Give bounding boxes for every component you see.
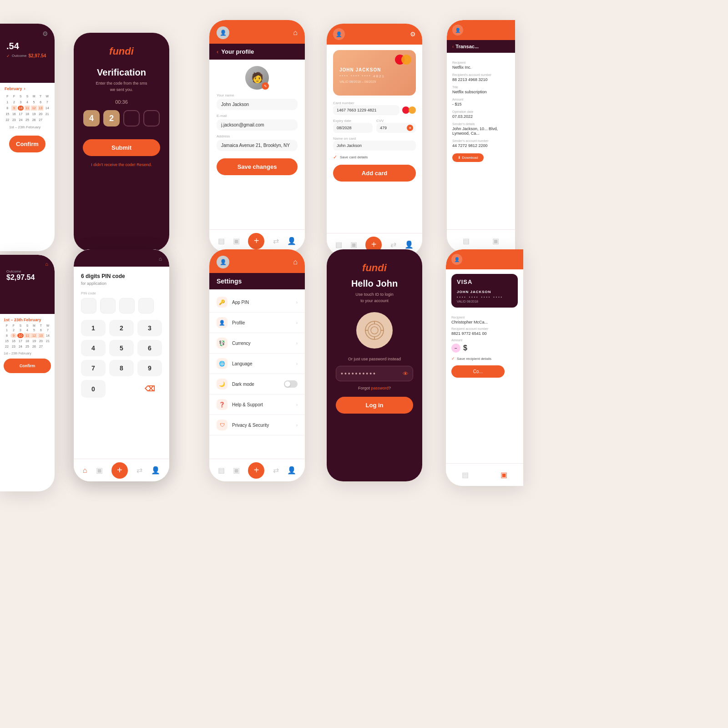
nav-transfer-icon[interactable]: ⇄ <box>273 466 279 475</box>
cal-b13[interactable]: 13 <box>38 333 44 338</box>
cal-day-24[interactable]: 24 <box>18 117 24 122</box>
cal-day-27[interactable]: 27 <box>38 117 44 122</box>
cal-b9[interactable]: 9 <box>10 333 17 338</box>
cal-day-21[interactable]: 21 <box>44 111 50 116</box>
cal-day-13[interactable]: 13 <box>38 106 44 111</box>
cal-day-25[interactable]: 25 <box>25 117 30 122</box>
settings-item-pin[interactable]: 🔑 App PIN › <box>209 292 305 313</box>
nav-card-icon[interactable]: ▣ <box>96 466 103 475</box>
card-number-input[interactable] <box>333 105 399 115</box>
gear-icon[interactable]: ⚙ <box>410 30 416 38</box>
cal-b26[interactable]: 26 <box>31 344 37 349</box>
cal-day-19[interactable]: 19 <box>31 111 37 116</box>
key-2[interactable]: 2 <box>109 320 134 336</box>
cal-day-9[interactable]: 9 <box>11 106 17 111</box>
nav-transfer-icon[interactable]: ⇄ <box>390 240 396 249</box>
pin-dot-4[interactable] <box>138 298 154 313</box>
pin-dot-1[interactable] <box>81 298 96 313</box>
cal-b6[interactable]: 6 <box>38 328 44 333</box>
cal-day-10[interactable]: 10 <box>18 106 24 111</box>
login-button[interactable]: Log in <box>336 397 413 414</box>
cal-b8[interactable]: 8 <box>4 333 10 338</box>
resend-link[interactable]: Resend. <box>136 162 152 167</box>
cal-b16[interactable]: 16 <box>10 339 17 344</box>
eye-icon[interactable]: 👁 <box>403 370 409 377</box>
nav-card-icon[interactable]: ▣ <box>492 237 499 245</box>
confirm-button[interactable]: Confirm <box>9 136 46 152</box>
cal-b19[interactable]: 19 <box>31 339 37 344</box>
nav-card-icon[interactable]: ▣ <box>500 470 507 479</box>
code-digit-3[interactable] <box>123 110 140 126</box>
name-input[interactable] <box>217 99 298 110</box>
expiry-input[interactable] <box>333 123 373 133</box>
key-1[interactable]: 1 <box>81 320 106 336</box>
cal-day-20[interactable]: 20 <box>38 111 44 116</box>
code-digit-4[interactable] <box>143 110 160 126</box>
nav-home-icon[interactable]: ⌂ <box>83 466 87 475</box>
nav-plus-button[interactable]: + <box>248 462 264 479</box>
cal-day-7[interactable]: 7 <box>44 100 50 105</box>
name-on-card-input[interactable] <box>333 141 416 151</box>
key-5[interactable]: 5 <box>109 340 134 356</box>
nav-transfer-icon[interactable]: ⇄ <box>136 466 142 475</box>
cal-day-22[interactable]: 22 <box>5 117 10 122</box>
cal-b4[interactable]: 4 <box>24 328 30 333</box>
nav-card-icon[interactable]: ▣ <box>350 240 357 249</box>
cal-b17[interactable]: 17 <box>17 339 24 344</box>
nav-profile-icon[interactable]: 👤 <box>287 237 296 245</box>
nav-wallet-icon[interactable]: ▤ <box>335 240 342 249</box>
cal-day-17[interactable]: 17 <box>18 111 24 116</box>
back-arrow-icon[interactable]: ‹ <box>217 48 218 55</box>
password-input[interactable] <box>336 366 413 381</box>
nav-transfer-icon[interactable]: ⇄ <box>273 237 279 245</box>
key-8[interactable]: 8 <box>109 360 134 376</box>
back-arrow-icon[interactable]: ‹ <box>452 44 454 49</box>
settings-item-darkmode[interactable]: 🌙 Dark mode <box>209 374 305 394</box>
nav-wallet-icon[interactable]: ▤ <box>463 237 470 245</box>
cal-day-11[interactable]: 11 <box>25 106 30 111</box>
nav-plus-button[interactable]: + <box>111 462 128 479</box>
forgot-password-link[interactable]: password <box>371 386 389 390</box>
minus-button[interactable]: − <box>451 344 460 353</box>
cal-day-12[interactable]: 12 <box>31 106 37 111</box>
key-7[interactable]: 7 <box>81 360 106 376</box>
nav-wallet-icon[interactable]: ▤ <box>218 237 225 245</box>
cal-day-4[interactable]: 4 <box>25 100 30 105</box>
cal-b12[interactable]: 12 <box>31 333 37 338</box>
settings-item-help[interactable]: ❓ Help & Support › <box>209 394 305 415</box>
cal-b20[interactable]: 20 <box>38 339 44 344</box>
cal-day-1[interactable]: 1 <box>5 100 10 105</box>
settings-item-privacy[interactable]: 🛡 Privacy & Security › <box>209 415 305 435</box>
cal-day-16[interactable]: 16 <box>11 111 17 116</box>
cal-b23[interactable]: 23 <box>10 344 17 349</box>
cal-day-15[interactable]: 15 <box>5 111 10 116</box>
clear-cvv-button[interactable]: ✕ <box>407 125 413 131</box>
cal-b5[interactable]: 5 <box>31 328 37 333</box>
cal-day-18[interactable]: 18 <box>25 111 30 116</box>
cal-b21[interactable]: 21 <box>45 339 51 344</box>
cal-b11[interactable]: 11 <box>24 333 30 338</box>
cal-day-3[interactable]: 3 <box>18 100 24 105</box>
key-9[interactable]: 9 <box>137 360 162 376</box>
submit-button[interactable]: Submit <box>83 139 160 156</box>
cal-b1[interactable]: 1 <box>4 328 10 333</box>
key-delete[interactable]: ⌫ <box>137 380 162 398</box>
nav-profile-icon[interactable]: 👤 <box>151 466 160 475</box>
settings-item-language[interactable]: 🌐 Language › <box>209 354 305 374</box>
key-3[interactable]: 3 <box>137 320 162 336</box>
home-icon[interactable]: ⌂ <box>45 261 48 267</box>
cal-day-6[interactable]: 6 <box>38 100 44 105</box>
download-button[interactable]: ⬇ Download <box>452 153 484 162</box>
save-changes-button[interactable]: Save changes <box>217 158 298 175</box>
cal-b14[interactable]: 14 <box>45 333 51 338</box>
code-digit-1[interactable]: 4 <box>83 110 100 126</box>
cal-b15[interactable]: 15 <box>4 339 10 344</box>
cal-day-26[interactable]: 26 <box>31 117 37 122</box>
add-card-button[interactable]: Add card <box>333 165 416 182</box>
code-digit-2[interactable]: 2 <box>103 110 120 126</box>
cal-b10[interactable]: 10 <box>17 333 24 338</box>
dark-mode-toggle[interactable] <box>284 380 298 388</box>
nav-profile-icon[interactable]: 👤 <box>404 240 414 249</box>
cal-day-8[interactable]: 8 <box>5 106 10 111</box>
home-icon-pin[interactable]: ⌂ <box>159 256 162 262</box>
